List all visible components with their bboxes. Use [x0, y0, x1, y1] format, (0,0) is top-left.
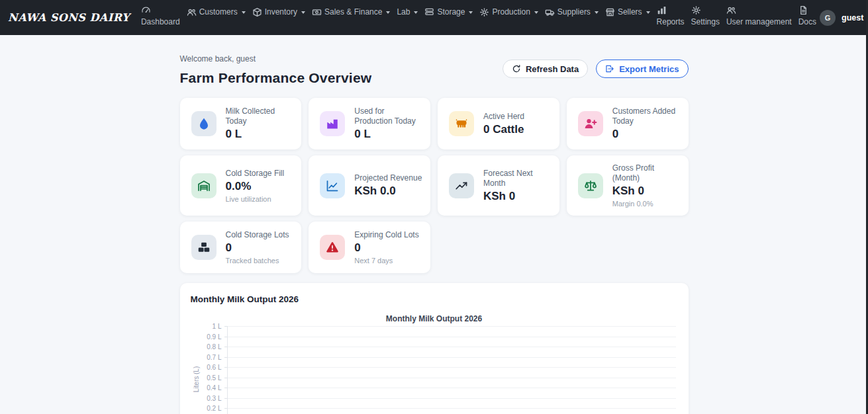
metric-text: Expiring Cold Lots0Next 7 days: [354, 230, 418, 265]
nav-item-sales-finance[interactable]: Sales & Finance: [309, 5, 393, 19]
metric-text: Milk Collected Today0 L: [226, 106, 294, 141]
shop-icon: [605, 7, 615, 17]
metric-label: Cold Storage Lots: [226, 230, 289, 240]
nav-item-storage[interactable]: Storage: [421, 5, 476, 19]
user-avatar[interactable]: G: [820, 10, 836, 26]
metric-card-milk-collected-today: Milk Collected Today0 L: [180, 98, 302, 149]
nav-item-customers[interactable]: Customers: [183, 5, 249, 19]
metric-text: Forecast Next MonthKSh 0: [483, 169, 552, 203]
people-icon: [187, 7, 197, 17]
chevron-down-icon: [301, 11, 305, 16]
nav-item-sellers[interactable]: Sellers: [602, 5, 653, 19]
metric-label: Gross Profit (Month): [612, 163, 681, 183]
trending-up-icon: [449, 173, 474, 198]
chevron-down-icon: [414, 11, 418, 16]
nav-item-settings[interactable]: Settings: [688, 5, 723, 26]
chevron-down-icon: [469, 11, 473, 16]
metric-text: Used for Production Today0 L: [354, 106, 422, 141]
file-icon: [798, 5, 808, 15]
metric-card-active-herd: Active Herd0 Cattle: [438, 98, 559, 149]
box-icon: [252, 7, 262, 17]
metric-label: Forecast Next Month: [483, 169, 552, 188]
boxes-icon: [191, 235, 217, 260]
stack-icon: [424, 7, 434, 17]
y-tick-label: 0.4 L: [207, 384, 221, 392]
metric-text: Customers Added Today0: [612, 106, 681, 141]
nav-item-lab[interactable]: Lab: [393, 5, 421, 19]
truck-icon: [545, 7, 555, 17]
header-actions: Refresh Data Export Metrics: [503, 60, 689, 78]
main-content: Welcome back, guest Farm Performance Ove…: [180, 35, 689, 414]
metric-sublabel: Live utilization: [226, 195, 285, 203]
chevron-down-icon: [646, 11, 650, 16]
metric-text: Cold Storage Lots0Tracked batches: [226, 230, 289, 265]
y-tick-label: 0.3 L: [207, 395, 221, 402]
chart-gridline-row: 0.7 L: [228, 357, 676, 368]
refresh-icon: [512, 64, 521, 73]
gauge-icon: [141, 5, 151, 15]
y-tick-label: 0.8 L: [207, 343, 221, 351]
metric-value: 0 L: [354, 128, 422, 141]
chart-gridline-row: 0.2 L: [228, 408, 676, 414]
chart-card: Monthly Milk Output 2026 Monthly Milk Ou…: [180, 283, 689, 414]
user-name: guest: [842, 13, 863, 22]
y-tick-label: 0.7 L: [207, 354, 221, 361]
cow-icon: [449, 111, 474, 136]
export-icon: [605, 64, 614, 73]
gear-icon: [479, 7, 489, 17]
nav-item-production[interactable]: Production: [476, 5, 541, 19]
metric-card-customers-added-today: Customers Added Today0: [567, 98, 689, 149]
metric-label: Cold Storage Fill: [226, 169, 285, 179]
metric-sublabel: Tracked batches: [226, 257, 289, 265]
metric-card-projected-revenue: Projected RevenueKSh 0.0: [309, 155, 430, 216]
warning-icon: [320, 235, 345, 260]
nav-item-docs[interactable]: Docs: [795, 5, 820, 26]
metrics-grid: Milk Collected Today0 LUsed for Producti…: [180, 98, 689, 273]
metric-value: 0: [612, 128, 681, 141]
metric-label: Projected Revenue: [354, 173, 422, 183]
chart-gridline-row: 0.9 L: [228, 337, 676, 347]
metric-value: KSh 0: [612, 185, 681, 198]
metric-value: 0: [354, 241, 418, 255]
metric-text: Projected RevenueKSh 0.0: [354, 173, 422, 198]
chart-card-title: Monthly Milk Output 2026: [191, 294, 678, 304]
export-metrics-button[interactable]: Export Metrics: [596, 60, 688, 78]
milk-output-chart: Liters (L) 1 L0.9 L0.8 L0.7 L0.6 L0.5 L0…: [191, 326, 678, 414]
metric-label: Milk Collected Today: [226, 106, 294, 126]
chart-gridline-row: 0.3 L: [228, 398, 676, 409]
chart-gridline-row: 0.6 L: [228, 367, 676, 378]
metric-label: Expiring Cold Lots: [354, 230, 418, 240]
nav-item-reports[interactable]: Reports: [653, 5, 688, 26]
y-tick-label: 1 L: [213, 323, 222, 330]
metric-sublabel: Margin 0.0%: [612, 200, 681, 208]
chart-gridline-row: 0.8 L: [228, 347, 676, 357]
chart-grid-area: 1 L0.9 L0.8 L0.7 L0.6 L0.5 L0.4 L0.3 L0.…: [227, 326, 676, 414]
scales-icon: [578, 173, 603, 198]
metric-value: 0: [226, 241, 289, 255]
user-area: G guest LOGOUT: [820, 9, 868, 26]
refresh-label: Refresh Data: [526, 64, 579, 74]
nav-item-user-management[interactable]: User management: [723, 5, 795, 26]
refresh-data-button[interactable]: Refresh Data: [503, 60, 588, 78]
metric-text: Cold Storage Fill0.0%Live utilization: [226, 169, 285, 203]
metric-card-used-for-production-today: Used for Production Today0 L: [309, 98, 430, 149]
page-header: Welcome back, guest Farm Performance Ove…: [180, 54, 689, 86]
nav-item-suppliers[interactable]: Suppliers: [542, 5, 602, 19]
chart-line-icon: [320, 173, 345, 198]
navbar: NAWA SONS DAIRY DashboardCustomersInvent…: [0, 0, 868, 35]
metric-sublabel: Next 7 days: [354, 257, 418, 265]
person-plus-icon: [578, 111, 603, 136]
y-tick-label: 0.6 L: [207, 364, 221, 371]
metric-card-expiring-cold-lots: Expiring Cold Lots0Next 7 days: [309, 222, 430, 273]
cash-icon: [312, 7, 322, 17]
chevron-down-icon: [534, 11, 538, 16]
nav-item-inventory[interactable]: Inventory: [249, 5, 309, 19]
brand-logo[interactable]: NAWA SONS DAIRY: [8, 0, 130, 35]
export-label: Export Metrics: [619, 64, 679, 74]
metric-value: 0.0%: [226, 180, 285, 193]
metric-card-cold-storage-lots: Cold Storage Lots0Tracked batches: [180, 222, 302, 273]
chart-inner-title: Monthly Milk Output 2026: [191, 314, 678, 323]
metric-text: Active Herd0 Cattle: [483, 112, 524, 136]
metric-label: Customers Added Today: [612, 106, 681, 126]
nav-item-dashboard[interactable]: Dashboard: [138, 5, 183, 26]
